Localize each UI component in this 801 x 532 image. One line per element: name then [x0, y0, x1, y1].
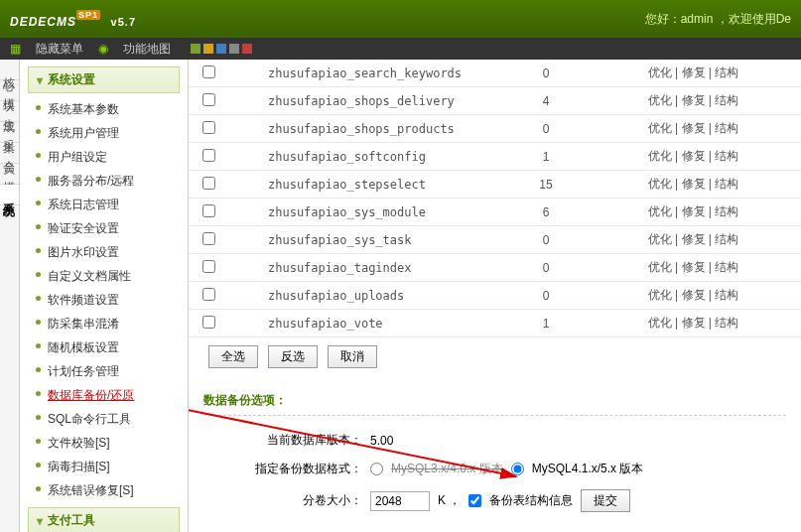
side-item[interactable]: 自定义文档属性: [20, 264, 188, 288]
action-action_opt[interactable]: 优化: [648, 177, 672, 191]
row-checkbox[interactable]: [202, 316, 215, 329]
action-action_opt[interactable]: 优化: [648, 93, 672, 107]
action-action_opt[interactable]: 优化: [648, 316, 672, 330]
vtab-6[interactable]: 系统: [0, 185, 19, 205]
side-item[interactable]: 系统日志管理: [20, 193, 188, 216]
row-checkbox[interactable]: [202, 121, 215, 134]
side-group-title[interactable]: 系统设置: [28, 66, 180, 93]
action-action_str[interactable]: 结构: [715, 316, 738, 330]
action-action_str[interactable]: 结构: [715, 260, 738, 274]
table-cell-count: 6: [506, 199, 586, 226]
struct-checkbox[interactable]: [468, 494, 481, 507]
action-action_str[interactable]: 结构: [715, 121, 738, 135]
table-row: zhusufapiao_search_keywords0优化 | 修复 | 结构: [189, 60, 801, 87]
action-action_opt[interactable]: 优化: [648, 260, 672, 274]
action-action_str[interactable]: 结构: [715, 232, 738, 246]
action-action_rep[interactable]: 修复: [682, 260, 706, 274]
action-action_rep[interactable]: 修复: [682, 288, 706, 302]
row-checkbox[interactable]: [202, 93, 215, 106]
row-checkbox[interactable]: [202, 177, 215, 190]
side-item[interactable]: 系统基本参数: [20, 97, 188, 121]
table-row: zhusufapiao_tagindex0优化 | 修复 | 结构: [189, 254, 801, 282]
action-action_str[interactable]: 结构: [715, 204, 738, 218]
vtab-3[interactable]: 采集: [0, 122, 19, 143]
logo-sp-badge: SP1: [76, 10, 100, 20]
side-item[interactable]: 防采集串混淆: [20, 312, 188, 335]
theme-green[interactable]: [191, 44, 200, 54]
table-row: zhusufapiao_softconfig1优化 | 修复 | 结构: [189, 143, 801, 171]
theme-red[interactable]: [242, 44, 252, 54]
row-checkbox[interactable]: [202, 232, 215, 245]
size-input[interactable]: [370, 491, 430, 511]
side-item[interactable]: 用户组设定: [20, 145, 188, 169]
action-action_rep[interactable]: 修复: [682, 232, 706, 246]
site-map-link[interactable]: 功能地图: [123, 41, 171, 58]
hide-menu-link[interactable]: 隐藏菜单: [36, 41, 83, 58]
table-cell-name: zhusufapiao_sys_module: [228, 199, 506, 226]
action-action_rep[interactable]: 修复: [682, 149, 706, 163]
side-item[interactable]: 计划任务管理: [20, 359, 188, 383]
invert-button[interactable]: 反选: [268, 345, 318, 368]
action-action_opt[interactable]: 优化: [648, 66, 672, 79]
content-area: zhusufapiao_search_keywords0优化 | 修复 | 结构…: [189, 60, 801, 532]
action-action_str[interactable]: 结构: [715, 288, 738, 302]
action-action_opt[interactable]: 优化: [648, 204, 672, 218]
action-action_str[interactable]: 结构: [715, 66, 738, 79]
side-item[interactable]: 系统错误修复[S]: [20, 478, 188, 502]
theme-blue[interactable]: [216, 44, 226, 54]
action-action_str[interactable]: 结构: [715, 177, 738, 191]
side-item[interactable]: 软件频道设置: [20, 288, 188, 312]
action-action_rep[interactable]: 修复: [682, 93, 706, 107]
row-checkbox[interactable]: [202, 204, 215, 217]
select-all-button[interactable]: 全选: [208, 345, 258, 368]
toolbar: ▦ 隐藏菜单 ◉ 功能地图: [0, 38, 801, 60]
sitemap-icon[interactable]: ◉: [98, 42, 108, 56]
cancel-button[interactable]: 取消: [328, 345, 377, 368]
row-checkbox[interactable]: [202, 66, 215, 78]
vtab-4[interactable]: 会员: [0, 143, 19, 164]
vtab-5[interactable]: 模板: [0, 164, 19, 185]
vtab-2[interactable]: 生成: [0, 101, 19, 122]
row-checkbox[interactable]: [202, 288, 215, 301]
table-cell-actions: 优化 | 修复 | 结构: [586, 60, 801, 87]
action-action_opt[interactable]: 优化: [648, 121, 672, 135]
theme-gray[interactable]: [229, 44, 239, 54]
table-cell-count: 0: [506, 254, 586, 282]
action-action_opt[interactable]: 优化: [648, 232, 672, 246]
logo-text: DEDECMS: [10, 15, 76, 29]
side-item[interactable]: 文件校验[S]: [20, 431, 188, 455]
action-action_opt[interactable]: 优化: [648, 149, 672, 163]
action-action_opt[interactable]: 优化: [648, 288, 672, 302]
format-radio-2[interactable]: [511, 463, 524, 475]
table-cell-count: 0: [506, 115, 586, 143]
action-action_rep[interactable]: 修复: [682, 177, 706, 191]
side-item[interactable]: 验证安全设置: [20, 216, 188, 240]
action-action_str[interactable]: 结构: [715, 93, 738, 107]
side-item[interactable]: 数据库备份/还原: [20, 383, 188, 407]
table-cell-actions: 优化 | 修复 | 结构: [586, 171, 801, 199]
action-action_rep[interactable]: 修复: [682, 66, 706, 79]
theme-yellow[interactable]: [203, 44, 213, 54]
side-item[interactable]: 图片水印设置: [20, 240, 188, 264]
backup-options-section: 数据备份选项： 当前数据库版本： 5.00 指定备份数据格式： MySQL3.x…: [189, 376, 801, 528]
side-item[interactable]: 随机模板设置: [20, 335, 188, 359]
action-action_rep[interactable]: 修复: [682, 316, 706, 330]
row-checkbox[interactable]: [202, 260, 215, 273]
side-group-title[interactable]: 支付工具: [28, 507, 180, 532]
side-item[interactable]: 服务器分布/远程: [20, 169, 188, 193]
side-item[interactable]: 病毒扫描[S]: [20, 455, 188, 478]
format-radio-1[interactable]: [370, 463, 383, 475]
vtab-1[interactable]: 模块: [0, 80, 19, 101]
side-item[interactable]: SQL命令行工具: [20, 407, 188, 431]
row-checkbox[interactable]: [202, 149, 215, 162]
toggle-menu-icon[interactable]: ▦: [10, 42, 21, 56]
action-action_rep[interactable]: 修复: [682, 121, 706, 135]
format-row: 指定备份数据格式： MySQL3.x/4.0.x 版本 MySQL4.1.x/5…: [203, 455, 786, 483]
vtab-0[interactable]: 核心: [0, 60, 19, 80]
table-cell-count: 1: [506, 143, 586, 171]
submit-button[interactable]: 提交: [581, 489, 630, 512]
action-action_str[interactable]: 结构: [715, 149, 738, 163]
side-item[interactable]: 系统用户管理: [20, 121, 188, 145]
table-cell-name: zhusufapiao_tagindex: [228, 254, 506, 282]
action-action_rep[interactable]: 修复: [682, 204, 706, 218]
